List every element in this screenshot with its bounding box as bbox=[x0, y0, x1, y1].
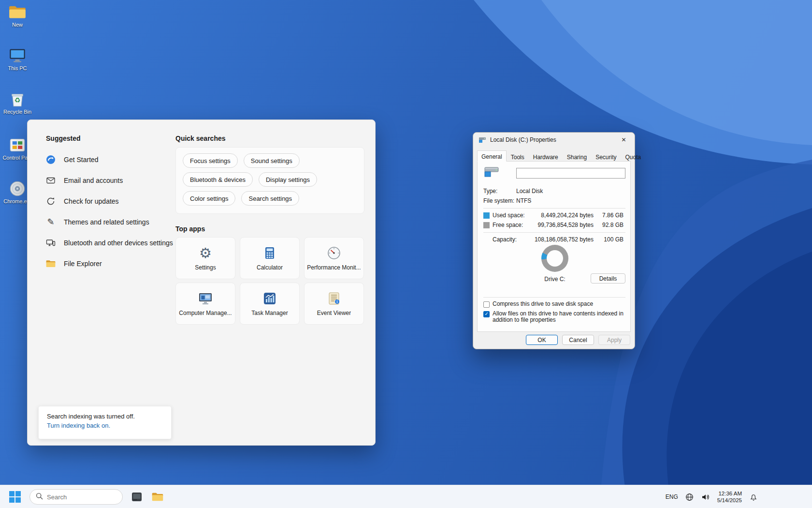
allow-indexing-checkbox-label: Allow files on this drive to have conten… bbox=[493, 311, 625, 323]
tab-general[interactable]: General bbox=[477, 150, 507, 162]
separator bbox=[483, 208, 625, 209]
volume-label-input[interactable] bbox=[516, 168, 625, 179]
quick-search-pill[interactable]: Sound settings bbox=[244, 153, 300, 168]
disc-icon bbox=[9, 180, 26, 197]
suggested-item-label: Check for updates bbox=[64, 197, 119, 205]
free-space-size: 92.8 GB bbox=[595, 222, 624, 228]
quick-search-pill[interactable]: Focus settings bbox=[183, 153, 238, 168]
allow-indexing-checkbox[interactable] bbox=[483, 311, 490, 317]
drive-icon bbox=[484, 164, 499, 177]
top-app-label: Settings bbox=[195, 264, 216, 271]
capacity-bytes: 108,186,058,752 bytes bbox=[521, 236, 594, 243]
settings-gear-icon: ⚙ bbox=[198, 245, 213, 261]
drive-small-icon bbox=[478, 136, 486, 144]
suggested-item-email-accounts[interactable]: Email and accounts bbox=[46, 170, 172, 191]
mail-icon bbox=[46, 176, 56, 185]
top-app-performance-monitor[interactable]: Performance Monit... bbox=[304, 237, 364, 279]
suggested-item-label: Themes and related settings bbox=[64, 218, 149, 226]
task-manager-icon bbox=[262, 291, 277, 306]
volume-icon[interactable] bbox=[701, 493, 710, 501]
free-space-row: Free space: 99,736,854,528 bytes 92.8 GB bbox=[478, 222, 631, 229]
brush-icon: ✎ bbox=[46, 217, 56, 227]
dialog-titlebar: Local Disk (C:) Properties ✕ bbox=[473, 133, 635, 147]
taskbar: ENG 12:36 AM 5/14/2025 bbox=[0, 485, 812, 508]
desktop-icon-this-pc[interactable]: This PC bbox=[2, 47, 33, 72]
dialog-buttons: OK Cancel Apply bbox=[526, 335, 630, 345]
taskbar-clock[interactable]: 12:36 AM 5/14/2025 bbox=[717, 490, 742, 504]
desktop-icon-label: New bbox=[2, 22, 33, 28]
language-indicator[interactable]: ENG bbox=[666, 493, 678, 500]
suggested-header: Suggested bbox=[46, 134, 172, 142]
drive-c-label: Drive C: bbox=[531, 276, 579, 283]
suggested-item-label: Bluetooth and other devices settings bbox=[64, 239, 173, 247]
devices-icon bbox=[46, 238, 56, 248]
network-globe-icon[interactable] bbox=[685, 493, 694, 501]
taskbar-file-explorer-icon[interactable] bbox=[151, 490, 164, 504]
compress-checkbox[interactable] bbox=[483, 301, 490, 308]
free-space-bytes: 99,736,854,528 bytes bbox=[521, 222, 594, 228]
ok-button[interactable]: OK bbox=[526, 335, 558, 345]
quick-searches-card: Focus settings Sound settings Bluetooth … bbox=[175, 147, 364, 214]
separator bbox=[483, 297, 625, 298]
tab-sharing[interactable]: Sharing bbox=[563, 151, 591, 162]
file-system-value: NTFS bbox=[516, 197, 531, 204]
computer-management-icon bbox=[198, 291, 213, 306]
top-app-label: Computer Manage... bbox=[179, 310, 232, 316]
capacity-row: Capacity: 108,186,058,752 bytes 100 GB bbox=[478, 236, 631, 244]
quick-search-pill[interactable]: Color settings bbox=[183, 191, 235, 206]
indexing-notice-link[interactable]: Turn indexing back on. bbox=[47, 422, 110, 429]
search-flyout-panel: Suggested Get Started Email and accounts bbox=[27, 120, 376, 446]
top-app-label: Performance Monit... bbox=[307, 264, 361, 271]
top-app-calculator[interactable]: Calculator bbox=[240, 237, 300, 279]
top-app-computer-management[interactable]: Computer Manage... bbox=[175, 283, 235, 325]
desktop-icon-recycle-bin[interactable]: ♻ Recycle Bin bbox=[2, 91, 33, 115]
type-value: Local Disk bbox=[516, 188, 543, 194]
file-system-label: File system: bbox=[483, 197, 514, 204]
performance-monitor-icon bbox=[326, 245, 342, 261]
quick-search-pill[interactable]: Display settings bbox=[259, 172, 317, 187]
tab-hardware[interactable]: Hardware bbox=[529, 151, 563, 162]
separator bbox=[483, 232, 625, 233]
used-space-legend-swatch bbox=[483, 212, 490, 219]
taskbar-search-box[interactable] bbox=[29, 489, 123, 505]
event-viewer-icon bbox=[326, 291, 342, 306]
cancel-button[interactable]: Cancel bbox=[562, 335, 594, 345]
suggested-item-check-updates[interactable]: Check for updates bbox=[46, 191, 172, 211]
top-apps-grid: ⚙ Settings Calculator Performance Monit.… bbox=[175, 237, 364, 325]
search-input[interactable] bbox=[47, 493, 132, 501]
suggested-item-label: File Explorer bbox=[64, 260, 102, 268]
start-button[interactable] bbox=[8, 490, 22, 504]
tab-tools[interactable]: Tools bbox=[507, 151, 529, 162]
recycle-bin-icon: ♻ bbox=[9, 91, 26, 107]
quick-search-pill[interactable]: Bluetooth & devices bbox=[183, 172, 253, 187]
top-app-task-manager[interactable]: Task Manager bbox=[240, 283, 300, 325]
compress-checkbox-row: Compress this drive to save disk space bbox=[483, 301, 625, 308]
desktop-icon-new[interactable]: New bbox=[2, 4, 33, 28]
disk-usage-donut bbox=[541, 245, 568, 272]
suggested-item-themes[interactable]: ✎ Themes and related settings bbox=[46, 211, 172, 232]
indexing-notice-card: Search indexing was turned off. Turn ind… bbox=[38, 406, 172, 439]
top-app-settings[interactable]: ⚙ Settings bbox=[175, 237, 235, 279]
tab-quota[interactable]: Quota bbox=[621, 151, 645, 162]
top-app-event-viewer[interactable]: Event Viewer bbox=[304, 283, 364, 325]
desktop-icon-label: Recycle Bin bbox=[2, 109, 33, 115]
close-icon[interactable]: ✕ bbox=[613, 133, 635, 147]
suggested-item-get-started[interactable]: Get Started bbox=[46, 149, 172, 170]
suggested-item-file-explorer[interactable]: File Explorer bbox=[46, 253, 172, 274]
suggested-item-bluetooth-devices[interactable]: Bluetooth and other devices settings bbox=[46, 232, 172, 253]
general-tab-page: Type: Local Disk File system: NTFS Used … bbox=[477, 161, 631, 332]
quick-search-pill[interactable]: Search settings bbox=[241, 191, 299, 206]
index-checkbox-row: Allow files on this drive to have conten… bbox=[483, 311, 625, 323]
dialog-title: Local Disk (C:) Properties bbox=[490, 136, 556, 143]
dialog-tabs: General Tools Hardware Sharing Security … bbox=[477, 151, 645, 162]
monitor-icon bbox=[9, 47, 26, 64]
notification-bell-icon[interactable] bbox=[749, 493, 758, 501]
details-button[interactable]: Details bbox=[591, 273, 625, 284]
desktop: New This PC ♻ Recycle Bin Control Pa... … bbox=[0, 0, 812, 508]
search-icon bbox=[36, 493, 43, 502]
tab-security[interactable]: Security bbox=[591, 151, 621, 162]
taskbar-app-window-icon[interactable] bbox=[130, 490, 144, 504]
used-space-row: Used space: 8,449,204,224 bytes 7.86 GB bbox=[478, 212, 631, 220]
desktop-icon-label: This PC bbox=[2, 65, 33, 72]
apply-button[interactable]: Apply bbox=[598, 335, 630, 345]
